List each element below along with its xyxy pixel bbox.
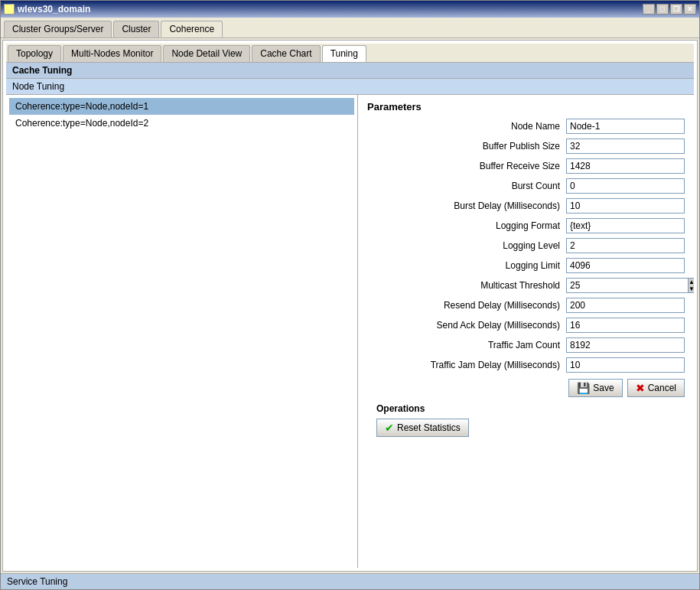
params-title: Parameters bbox=[367, 101, 685, 112]
cache-tuning-header: Cache Tuning bbox=[6, 63, 694, 79]
spin-btns-multicast-threshold: ▲▼ bbox=[688, 278, 694, 293]
param-row-logging-limit: Logging Limit bbox=[367, 258, 685, 273]
param-input-multicast-threshold[interactable] bbox=[566, 278, 688, 293]
tab-tuning[interactable]: Tuning bbox=[322, 45, 366, 62]
param-row-traffic-jam-count: Traffic Jam Count bbox=[367, 337, 685, 353]
param-label-buffer-publish-size: Buffer Publish Size bbox=[367, 141, 566, 152]
param-input-traffic-jam-delay[interactable] bbox=[566, 357, 685, 373]
param-label-node-name: Node Name bbox=[367, 121, 566, 132]
node-item-2[interactable]: Coherence:type=Node,nodeId=2 bbox=[9, 115, 354, 132]
title-bar: wlevs30_domain _ □ ❐ ✕ bbox=[1, 1, 699, 18]
param-row-send-ack-delay: Send Ack Delay (Milliseconds) bbox=[367, 318, 685, 333]
param-row-logging-format: Logging Format bbox=[367, 218, 685, 233]
tab-topology[interactable]: Topology bbox=[8, 45, 61, 62]
param-label-multicast-threshold: Multicast Threshold bbox=[367, 280, 566, 291]
sub-tab-bar: Topology Multi-Nodes Monitor Node Detail… bbox=[6, 44, 694, 63]
cancel-label: Cancel bbox=[648, 383, 676, 393]
param-input-buffer-receive-size[interactable] bbox=[566, 158, 685, 174]
spin-down-multicast-threshold[interactable]: ▼ bbox=[689, 285, 694, 292]
param-input-logging-level[interactable] bbox=[566, 238, 685, 253]
param-label-burst-delay: Burst Delay (Milliseconds) bbox=[367, 200, 566, 211]
params-fields: Node NameBuffer Publish SizeBuffer Recei… bbox=[367, 119, 685, 373]
node-item-1[interactable]: Coherence:type=Node,nodeId=1 bbox=[9, 98, 354, 115]
param-label-send-ack-delay: Send Ack Delay (Milliseconds) bbox=[367, 320, 566, 331]
main-content: Topology Multi-Nodes Monitor Node Detail… bbox=[2, 40, 698, 572]
restore-button[interactable]: ❐ bbox=[670, 4, 682, 15]
param-row-resend-delay: Resend Delay (Milliseconds) bbox=[367, 298, 685, 313]
param-input-logging-limit[interactable] bbox=[566, 258, 685, 273]
title-bar-left: wlevs30_domain bbox=[4, 4, 90, 15]
param-label-buffer-receive-size: Buffer Receive Size bbox=[367, 161, 566, 171]
tab-cache-chart[interactable]: Cache Chart bbox=[252, 45, 320, 62]
param-label-burst-count: Burst Count bbox=[367, 181, 566, 191]
param-input-send-ack-delay[interactable] bbox=[566, 318, 685, 333]
save-button[interactable]: 💾 Save bbox=[568, 379, 622, 397]
operations-title: Operations bbox=[376, 403, 676, 414]
tab-node-detail[interactable]: Node Detail View bbox=[163, 45, 250, 62]
param-input-logging-format[interactable] bbox=[566, 218, 685, 233]
param-label-logging-level: Logging Level bbox=[367, 240, 566, 251]
param-row-logging-level: Logging Level bbox=[367, 238, 685, 253]
reset-stats-label: Reset Statistics bbox=[397, 422, 461, 433]
footer-label: Service Tuning bbox=[7, 576, 67, 587]
minimize-button[interactable]: _ bbox=[643, 4, 655, 15]
node-list: Coherence:type=Node,nodeId=1 Coherence:t… bbox=[6, 95, 358, 568]
param-label-traffic-jam-delay: Traffic Jam Delay (Milliseconds) bbox=[367, 360, 566, 370]
reset-statistics-button[interactable]: ✔ Reset Statistics bbox=[376, 419, 469, 437]
close-button[interactable]: ✕ bbox=[684, 4, 696, 15]
param-row-multicast-threshold: Multicast Threshold▲▼ bbox=[367, 278, 685, 293]
param-row-traffic-jam-delay: Traffic Jam Delay (Milliseconds) bbox=[367, 357, 685, 373]
tab-coherence[interactable]: Coherence bbox=[161, 21, 223, 37]
tab-multi-nodes[interactable]: Multi-Nodes Monitor bbox=[63, 45, 161, 62]
param-label-logging-format: Logging Format bbox=[367, 220, 566, 231]
param-row-node-name: Node Name bbox=[367, 119, 685, 134]
tab-cluster-groups[interactable]: Cluster Groups/Server bbox=[4, 21, 112, 37]
param-label-traffic-jam-count: Traffic Jam Count bbox=[367, 340, 566, 350]
spin-up-multicast-threshold[interactable]: ▲ bbox=[689, 279, 694, 285]
param-row-buffer-publish-size: Buffer Publish Size bbox=[367, 139, 685, 154]
operations-section: Operations ✔ Reset Statistics bbox=[367, 400, 685, 440]
save-label: Save bbox=[593, 383, 614, 393]
window-title: wlevs30_domain bbox=[18, 4, 90, 15]
cancel-icon: ✖ bbox=[636, 382, 645, 394]
reset-icon: ✔ bbox=[385, 422, 394, 434]
param-row-buffer-receive-size: Buffer Receive Size bbox=[367, 158, 685, 174]
save-icon: 💾 bbox=[577, 382, 590, 394]
node-tuning-header: Node Tuning bbox=[6, 79, 694, 95]
param-row-burst-count: Burst Count bbox=[367, 178, 685, 194]
param-input-traffic-jam-count[interactable] bbox=[566, 337, 685, 353]
params-panel: Parameters Node NameBuffer Publish SizeB… bbox=[358, 95, 694, 568]
param-input-resend-delay[interactable] bbox=[566, 298, 685, 313]
content-area: Cache Tuning Node Tuning Coherence:type=… bbox=[6, 63, 694, 568]
top-tab-bar: Cluster Groups/Server Cluster Coherence bbox=[1, 18, 699, 38]
maximize-button[interactable]: □ bbox=[656, 4, 669, 15]
param-label-logging-limit: Logging Limit bbox=[367, 260, 566, 271]
footer-bar: Service Tuning bbox=[1, 573, 699, 589]
cancel-button[interactable]: ✖ Cancel bbox=[627, 379, 685, 397]
tuning-body: Coherence:type=Node,nodeId=1 Coherence:t… bbox=[6, 95, 694, 568]
main-window: wlevs30_domain _ □ ❐ ✕ Cluster Groups/Se… bbox=[0, 0, 700, 590]
tab-cluster[interactable]: Cluster bbox=[113, 21, 159, 37]
param-input-buffer-publish-size[interactable] bbox=[566, 139, 685, 154]
param-row-burst-delay: Burst Delay (Milliseconds) bbox=[367, 198, 685, 214]
param-input-node-name[interactable] bbox=[566, 119, 685, 134]
param-input-burst-delay[interactable] bbox=[566, 198, 685, 214]
title-bar-buttons: _ □ ❐ ✕ bbox=[643, 4, 696, 15]
window-icon bbox=[4, 4, 15, 15]
param-input-spin-multicast-threshold: ▲▼ bbox=[566, 278, 685, 293]
action-buttons: 💾 Save ✖ Cancel bbox=[367, 379, 685, 397]
param-label-resend-delay: Resend Delay (Milliseconds) bbox=[367, 300, 566, 311]
param-input-burst-count[interactable] bbox=[566, 178, 685, 194]
